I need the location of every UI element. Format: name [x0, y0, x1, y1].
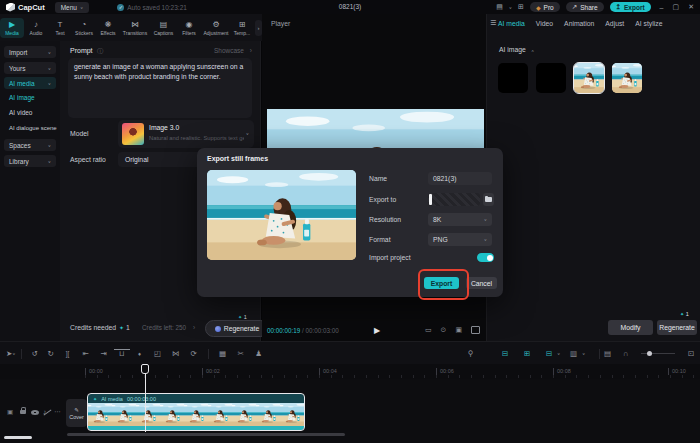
- prompt-input[interactable]: generate an image of a woman applying su…: [68, 58, 252, 118]
- sidebar-item-library[interactable]: Library∨: [4, 155, 56, 167]
- dialog-cancel-button[interactable]: Cancel: [466, 277, 497, 289]
- media-icon: ▶: [9, 20, 15, 29]
- sidebar-item-ai-video[interactable]: AI video: [9, 109, 33, 116]
- generated-thumbnail-3-selected[interactable]: [574, 63, 604, 93]
- delete-icon[interactable]: ⊔: [113, 349, 131, 358]
- generated-thumbnail-4[interactable]: [612, 63, 642, 93]
- sidebar-item-yours[interactable]: Yours∨: [4, 62, 56, 74]
- tab-media[interactable]: ▶Media: [0, 18, 24, 38]
- resolution-dropdown[interactable]: 8K∨: [428, 213, 492, 226]
- hamburger-icon[interactable]: ☰: [490, 19, 496, 27]
- workspace-icon[interactable]: ⊞: [518, 3, 524, 11]
- modify-button[interactable]: Modify: [608, 320, 653, 335]
- playhead-handle[interactable]: [141, 364, 149, 374]
- menu-button[interactable]: Menu ∨: [55, 2, 90, 13]
- credits-left-label[interactable]: Credits left: 250: [142, 324, 186, 331]
- track-mode-a-icon[interactable]: ⊟: [502, 349, 508, 358]
- timeline-clip[interactable]: ✦ AI media 00:00:03:00: [88, 394, 304, 430]
- maximize-button[interactable]: ▢: [673, 3, 680, 11]
- marker-icon[interactable]: ♦: [131, 351, 149, 357]
- format-dropdown[interactable]: PNG∨: [428, 233, 492, 246]
- toolbar-collapse-button[interactable]: ›: [255, 20, 262, 36]
- timeline-zoom-slider[interactable]: [641, 353, 675, 355]
- trim-right-icon[interactable]: ⇥: [95, 349, 113, 358]
- quality-icon[interactable]: ▭: [425, 326, 432, 334]
- main-track-icon[interactable]: ▣: [7, 408, 13, 416]
- tab-effects[interactable]: ❋Effects: [96, 18, 120, 38]
- export-path-input[interactable]: [428, 193, 480, 206]
- sidebar-item-ai-dialogue-scene[interactable]: AI dialogue scene: [9, 125, 57, 131]
- track-mode-c-icon[interactable]: ⊟: [546, 349, 552, 358]
- fullscreen-icon[interactable]: [471, 326, 480, 334]
- showcase-link[interactable]: Showcase: [214, 47, 244, 54]
- tab-video[interactable]: Video: [536, 20, 553, 27]
- tab-transitions[interactable]: ⋈Transitions: [120, 18, 150, 38]
- timeline-ruler[interactable]: 00:00 00:02 00:04 00:06 00:08 00:10: [0, 364, 700, 379]
- regenerate-button-right[interactable]: Regenerate: [657, 320, 697, 335]
- scrollbar-segment[interactable]: [4, 436, 32, 439]
- zoom-fit-icon[interactable]: ⊡: [688, 349, 694, 358]
- focus-icon[interactable]: ⊙: [441, 326, 447, 334]
- sidebar-item-spaces[interactable]: Spaces∨: [4, 139, 56, 151]
- tab-ai-media[interactable]: AI media: [498, 20, 525, 27]
- track-mode-b-icon[interactable]: ⊞: [524, 349, 530, 358]
- redo-icon[interactable]: ↻: [43, 349, 59, 358]
- mirror-icon[interactable]: ⋈: [167, 349, 185, 358]
- ratio-icon[interactable]: ▣: [455, 326, 462, 334]
- undo-icon[interactable]: ↺: [27, 349, 43, 358]
- chevron-down-icon[interactable]: ∨: [582, 352, 585, 356]
- browse-folder-button[interactable]: [483, 193, 494, 206]
- tab-stickers[interactable]: ◔Stickers: [72, 18, 96, 38]
- chevron-down-icon[interactable]: ∨: [12, 352, 15, 356]
- more-icon[interactable]: ⋯: [54, 408, 61, 416]
- matting-icon[interactable]: ♟: [250, 349, 268, 358]
- visibility-eye-icon[interactable]: [31, 410, 39, 415]
- tab-text[interactable]: TText: [48, 18, 72, 38]
- sidebar-item-ai-media[interactable]: AI media∨: [4, 77, 56, 89]
- layout-icon[interactable]: ▤: [496, 3, 503, 11]
- generated-thumbnail-2[interactable]: [536, 63, 566, 93]
- record-audio-icon[interactable]: ⚲: [468, 349, 474, 358]
- tab-filters[interactable]: ◉Filters: [177, 18, 201, 38]
- mute-icon[interactable]: ♪: [43, 408, 46, 415]
- tab-ai-stylize[interactable]: AI stylize: [635, 20, 662, 27]
- pro-button[interactable]: ◆ Pro: [530, 2, 560, 12]
- chevron-down-icon[interactable]: ∨: [557, 352, 560, 356]
- zoom-slider-knob[interactable]: [647, 351, 652, 356]
- auto-cut-icon[interactable]: ✂: [232, 349, 250, 358]
- play-button[interactable]: ▶: [374, 326, 380, 335]
- sidebar-item-import[interactable]: Import∨: [4, 46, 56, 58]
- name-input[interactable]: 0821(3): [428, 172, 492, 185]
- sidebar-item-ai-image[interactable]: AI image: [9, 94, 35, 101]
- tab-audio[interactable]: ♪Audio: [24, 18, 48, 38]
- trim-left-icon[interactable]: ⇤: [77, 349, 95, 358]
- dialog-export-button[interactable]: Export: [424, 277, 459, 289]
- import-project-toggle[interactable]: [477, 253, 494, 262]
- info-icon[interactable]: ⓘ: [97, 47, 103, 56]
- lock-icon[interactable]: [20, 410, 26, 414]
- tab-templates[interactable]: ⊞Temp...: [231, 18, 253, 38]
- rotate-icon[interactable]: ⟳: [185, 349, 203, 358]
- export-button-titlebar[interactable]: ↥ Export: [610, 2, 651, 12]
- tab-captions[interactable]: ▤Captions: [150, 18, 177, 38]
- crop-icon[interactable]: ◰: [149, 349, 167, 358]
- snap-magnet-icon[interactable]: ∩: [623, 349, 628, 358]
- regenerate-button[interactable]: Regenerate: [205, 320, 269, 337]
- minimize-button[interactable]: –: [660, 4, 664, 11]
- close-button[interactable]: ✕: [688, 3, 694, 11]
- tab-animation[interactable]: Animation: [564, 20, 594, 27]
- playhead[interactable]: [145, 364, 146, 432]
- cover-button[interactable]: ✎ Cover: [66, 399, 87, 427]
- tab-adjust[interactable]: Adjust: [605, 20, 624, 27]
- film-view-icon[interactable]: ▤: [604, 349, 611, 358]
- layout-chevron-icon[interactable]: ∨: [509, 5, 512, 9]
- model-selector[interactable]: Image 3.0 Natural and realistic. Support…: [118, 120, 254, 148]
- split-icon[interactable]: ][: [59, 350, 77, 357]
- ai-image-section-label[interactable]: AI image: [499, 46, 526, 53]
- track-view-icon[interactable]: ▥: [570, 349, 577, 358]
- tab-adjustment[interactable]: ⚙Adjustment: [201, 18, 231, 38]
- freeze-frame-icon[interactable]: ▦: [214, 349, 232, 358]
- generated-thumbnail-1[interactable]: [498, 63, 528, 93]
- timeline-scrollbar[interactable]: [67, 433, 345, 436]
- share-button[interactable]: ↗ Share: [566, 2, 604, 12]
